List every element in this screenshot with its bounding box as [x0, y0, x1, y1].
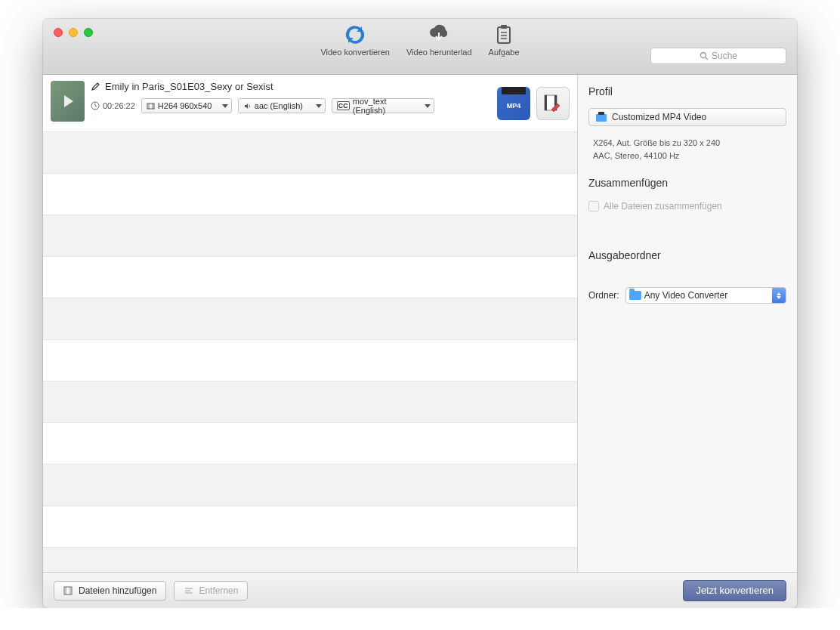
convert-button[interactable]: Jetzt konvertieren: [683, 580, 786, 601]
remove-button[interactable]: Entfernen: [174, 581, 248, 601]
clock-icon: [91, 101, 100, 110]
pencil-icon[interactable]: [91, 82, 100, 91]
profile-heading: Profil: [588, 85, 786, 97]
folder-select[interactable]: Any Video Converter: [625, 287, 786, 304]
list-item: [43, 132, 577, 174]
svg-rect-12: [545, 95, 547, 110]
sidebar: Profil Customized MP4 Video X264, Aut. G…: [578, 75, 797, 572]
folder-value: Any Video Converter: [644, 290, 728, 301]
svg-rect-14: [596, 114, 607, 122]
convert-tab[interactable]: Video konvertieren: [320, 23, 390, 57]
list-item: [43, 465, 577, 506]
profile-icon: [595, 112, 607, 122]
profile-info: X264, Aut. Größe bis zu 320 x 240 AAC, S…: [588, 134, 786, 169]
output-heading: Ausgabeordner: [588, 249, 786, 261]
cc-icon: CC: [337, 101, 350, 110]
file-list-panel: Emily in Paris_S01E03_Sexy or Sexist 00:…: [43, 75, 578, 572]
list-item: [43, 381, 577, 423]
file-list: Emily in Paris_S01E03_Sexy or Sexist 00:…: [43, 75, 577, 572]
merge-label: Alle Dateien zusammenfügen: [604, 201, 722, 212]
file-title: Emily in Paris_S01E03_Sexy or Sexist: [105, 81, 273, 92]
merge-checkbox-input[interactable]: [588, 201, 599, 212]
merge-heading: Zusammenfügen: [588, 177, 786, 189]
folder-label: Ordner:: [588, 290, 619, 301]
list-item: [43, 423, 577, 465]
video-codec-value: H264 960x540: [158, 101, 212, 110]
list-item: [43, 257, 577, 298]
download-tab[interactable]: Video herunterlad: [406, 23, 472, 57]
duration: 00:26:22: [91, 101, 135, 110]
list-item: [43, 174, 577, 215]
filmstrip-pencil-icon: [542, 93, 564, 114]
task-tab[interactable]: Aufgabe: [489, 23, 520, 57]
file-title-line: Emily in Paris_S01E03_Sexy or Sexist: [91, 81, 491, 92]
subtitle-select[interactable]: CC mov_text (English): [332, 98, 434, 113]
list-item: [43, 298, 577, 340]
video-codec-select[interactable]: H264 960x540: [141, 98, 232, 113]
convert-label: Jetzt konvertieren: [696, 585, 774, 596]
clip-button[interactable]: MP4: [497, 87, 530, 120]
svg-rect-8: [147, 103, 154, 109]
merge-checkbox[interactable]: Alle Dateien zusammenfügen: [588, 199, 786, 242]
refresh-icon: [344, 23, 366, 46]
file-action-icons: MP4: [497, 81, 570, 125]
titlebar: Video konvertieren Video herunterlad Auf…: [43, 19, 797, 75]
svg-rect-1: [501, 25, 507, 29]
profile-select[interactable]: Customized MP4 Video: [588, 108, 786, 126]
audio-codec-select[interactable]: aac (English): [238, 98, 326, 113]
profile-name: Customized MP4 Video: [612, 112, 706, 122]
app-window: Video konvertieren Video herunterlad Auf…: [43, 19, 797, 608]
file-row[interactable]: Emily in Paris_S01E03_Sexy or Sexist 00:…: [43, 75, 577, 132]
video-thumbnail[interactable]: [51, 81, 85, 122]
profile-info-line2: AAC, Stereo, 44100 Hz: [593, 150, 782, 162]
file-meta: Emily in Paris_S01E03_Sexy or Sexist 00:…: [91, 81, 491, 125]
search-icon: [699, 51, 709, 60]
svg-rect-16: [64, 587, 72, 594]
download-tab-label: Video herunterlad: [406, 48, 472, 57]
minimize-icon[interactable]: [69, 28, 78, 37]
body: Emily in Paris_S01E03_Sexy or Sexist 00:…: [43, 75, 797, 572]
remove-icon: [184, 585, 194, 596]
folder-icon: [629, 291, 641, 300]
subtitle-value: mov_text (English): [353, 97, 422, 115]
search-input[interactable]: Suche: [650, 48, 786, 64]
speaker-icon: [243, 102, 252, 110]
convert-tab-label: Video konvertieren: [320, 48, 390, 57]
remove-label: Entfernen: [199, 585, 238, 596]
task-tab-label: Aufgabe: [489, 48, 520, 57]
film-icon: [147, 102, 155, 110]
mp4-badge: MP4: [507, 102, 521, 110]
edit-button[interactable]: [536, 87, 570, 120]
cloud-download-icon: [428, 23, 450, 46]
profile-info-line1: X264, Aut. Größe bis zu 320 x 240: [593, 137, 782, 150]
audio-codec-value: aac (English): [255, 101, 303, 110]
search-placeholder: Suche: [712, 51, 737, 61]
toolbar: Video konvertieren Video herunterlad Auf…: [320, 23, 519, 57]
traffic-lights: [43, 19, 93, 37]
zoom-icon[interactable]: [84, 28, 93, 37]
list-item: [43, 215, 577, 257]
clipboard-icon: [493, 23, 515, 46]
svg-point-5: [700, 53, 706, 58]
stepper-icon: [772, 288, 786, 303]
file-controls: 00:26:22 H264 960x540: [91, 98, 491, 113]
duration-value: 00:26:22: [103, 101, 135, 110]
output-folder-row: Ordner: Any Video Converter: [588, 287, 786, 304]
svg-line-6: [706, 57, 708, 60]
svg-rect-15: [598, 112, 604, 115]
add-files-button[interactable]: Dateien hinzufügen: [54, 581, 166, 601]
list-item: [43, 506, 577, 548]
list-item: [43, 340, 577, 381]
footer: Dateien hinzufügen Entfernen Jetzt konve…: [43, 572, 797, 608]
close-icon[interactable]: [54, 28, 63, 37]
add-file-icon: [63, 585, 74, 596]
add-files-label: Dateien hinzufügen: [79, 585, 156, 596]
